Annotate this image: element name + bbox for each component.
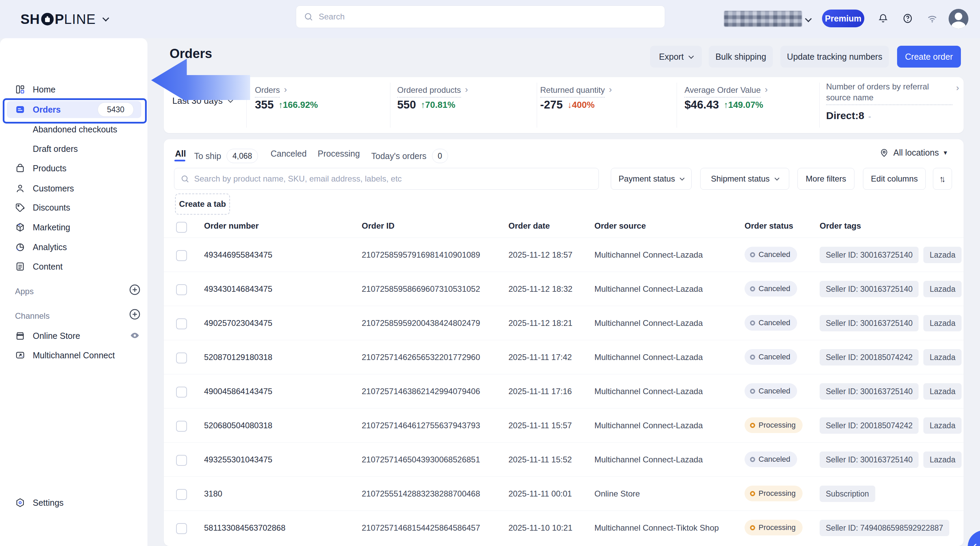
logo-chevron-down-icon[interactable] <box>102 15 109 22</box>
store-chevron-down-icon[interactable] <box>805 15 812 22</box>
create-a-tab-button[interactable]: Create a tab <box>175 194 230 215</box>
update-tracking-numbers-button[interactable]: Update tracking numbers <box>780 46 889 68</box>
order-id: 21072555142883238288700468 <box>362 489 480 498</box>
order-number[interactable]: 490045864143475 <box>204 387 272 396</box>
sort-button[interactable]: ↑↓ <box>933 168 952 190</box>
sidebar-item-settings[interactable]: Settings <box>0 493 147 512</box>
order-tag: Lazada <box>923 452 961 468</box>
row-checkbox[interactable] <box>176 489 187 500</box>
stat-aov-link[interactable]: Average Order Value› <box>684 85 768 98</box>
wifi-icon[interactable] <box>927 13 938 24</box>
payment-status-filter[interactable]: Payment status <box>611 168 692 190</box>
order-number[interactable]: 490257023043475 <box>204 318 272 328</box>
all-locations-select[interactable]: All locations ▾ <box>879 147 947 158</box>
row-checkbox[interactable] <box>176 455 187 466</box>
status-ring-icon <box>750 525 755 530</box>
eye-icon[interactable] <box>128 330 141 341</box>
add-channel-icon[interactable] <box>128 308 141 321</box>
sidebar-item-multichannel-connect[interactable]: Multichannel Connect <box>0 346 147 365</box>
table-row[interactable]: 3180 21072555142883238288700468 2025-11-… <box>164 476 964 511</box>
orders-search[interactable] <box>174 168 599 190</box>
row-checkbox[interactable] <box>176 250 187 261</box>
sidebar-label-abandoned: Abandoned checkouts <box>33 124 117 134</box>
row-checkbox[interactable] <box>176 284 187 295</box>
order-tag: Lazada <box>923 383 961 400</box>
stat-referral-link[interactable]: Number of orders by referralsource name <box>826 81 956 103</box>
table-row[interactable]: 490045864143475 210725714638621429940794… <box>164 374 964 409</box>
tab-processing[interactable]: Processing <box>318 149 360 159</box>
create-order-button[interactable]: Create order <box>897 46 961 68</box>
order-number[interactable]: 520680504080318 <box>204 421 272 430</box>
orders-search-input[interactable] <box>194 174 592 184</box>
help-icon[interactable] <box>902 13 913 24</box>
tab-canceled[interactable]: Canceled <box>270 149 307 159</box>
sidebar-item-customers[interactable]: Customers <box>0 179 147 198</box>
table-row[interactable]: 490257023043475 210725859592004384248024… <box>164 306 964 340</box>
sidebar-item-orders[interactable]: Orders 5430 <box>0 100 147 119</box>
order-date: 2025-11-12 18:57 <box>508 250 573 260</box>
status-ring-icon <box>750 355 755 360</box>
orders-count-badge: 5430 <box>98 102 134 117</box>
premium-badge[interactable]: Premium <box>822 10 864 27</box>
all-locations-label: All locations <box>893 148 939 158</box>
tab-to-ship[interactable]: To ship 4,068 <box>194 149 258 163</box>
store-name-redacted[interactable] <box>724 11 802 27</box>
table-row[interactable]: 520680504080318 210725714646127556379437… <box>164 408 964 443</box>
sidebar-item-products[interactable]: Products <box>0 159 147 178</box>
stat-aov-value-row: $46.43↑149.07% <box>684 98 763 111</box>
floating-expand-button[interactable]: ‹ <box>968 530 980 546</box>
global-search-input[interactable] <box>318 11 657 22</box>
sidebar-label-draft: Draft orders <box>33 144 78 154</box>
col-order-status: Order status <box>745 221 793 231</box>
order-number[interactable]: 520870129180318 <box>204 352 272 362</box>
sidebar-item-abandoned-checkouts[interactable]: Abandoned checkouts <box>0 120 147 139</box>
edit-columns-button[interactable]: Edit columns <box>863 168 926 190</box>
row-checkbox[interactable] <box>176 318 187 329</box>
sidebar-item-draft-orders[interactable]: Draft orders <box>0 139 147 158</box>
sidebar-item-content[interactable]: Content <box>0 257 147 276</box>
row-checkbox[interactable] <box>176 523 187 534</box>
shipment-status-filter[interactable]: Shipment status <box>700 168 789 190</box>
order-number[interactable]: 3180 <box>204 489 222 498</box>
user-avatar[interactable] <box>948 9 969 29</box>
tab-todays-orders[interactable]: Today's orders 0 <box>371 149 448 163</box>
add-app-icon[interactable] <box>128 283 141 296</box>
order-number[interactable]: 581133084563702868 <box>204 523 285 533</box>
bulk-shipping-button[interactable]: Bulk shipping <box>709 46 773 68</box>
sidebar-item-home[interactable]: Home <box>0 80 147 99</box>
stat-returned-quantity-delta: ↓400% <box>568 100 595 110</box>
order-tags: Seller ID: 300163725140Lazada <box>819 281 963 297</box>
active-tab-underline <box>174 160 185 161</box>
select-all-checkbox[interactable] <box>176 222 187 233</box>
topbar: SH P LINE Premium <box>0 0 980 38</box>
row-checkbox[interactable] <box>176 421 187 432</box>
sidebar-item-discounts[interactable]: Discounts <box>0 198 147 217</box>
sidebar-item-marketing[interactable]: Marketing <box>0 218 147 237</box>
tab-all[interactable]: All <box>175 149 186 159</box>
table-row[interactable]: 493446955843475 210725859579169814109010… <box>164 237 964 272</box>
date-range-select[interactable]: Last 30 days <box>172 96 232 106</box>
order-number[interactable]: 493255301043475 <box>204 455 272 465</box>
bell-icon[interactable] <box>878 13 889 24</box>
status-ring-icon <box>750 320 755 326</box>
stat-ordered-products-link[interactable]: Ordered products› <box>397 85 468 98</box>
row-checkbox[interactable] <box>176 352 187 363</box>
sidebar-item-analytics[interactable]: Analytics <box>0 237 147 256</box>
order-id: 21072571468154425864586457 <box>362 523 480 533</box>
order-source: Multichannel Connect-Lazada <box>594 284 703 294</box>
sidebar-item-online-store[interactable]: Online Store <box>0 326 147 345</box>
tab-to-ship-label: To ship <box>194 151 221 161</box>
stat-orders-link[interactable]: Orders› <box>255 85 287 98</box>
export-button[interactable]: Export <box>650 46 702 68</box>
table-row[interactable]: 520870129180318 210725714626565322017729… <box>164 340 964 374</box>
table-row[interactable]: 581133084563702868 210725714681544258645… <box>164 511 964 545</box>
row-checkbox[interactable] <box>176 387 187 398</box>
global-search[interactable] <box>296 5 665 28</box>
order-number[interactable]: 493430146843475 <box>204 284 272 294</box>
more-filters-button[interactable]: More filters <box>797 168 854 190</box>
table-row[interactable]: 493430146843475 210725859586696073105310… <box>164 272 964 306</box>
stat-returned-quantity-link[interactable]: Returned quantity› <box>540 85 612 98</box>
table-row[interactable]: 493255301043475 210725714650439300685268… <box>164 442 964 477</box>
shipment-status-label: Shipment status <box>711 174 770 184</box>
order-number[interactable]: 493446955843475 <box>204 250 272 260</box>
